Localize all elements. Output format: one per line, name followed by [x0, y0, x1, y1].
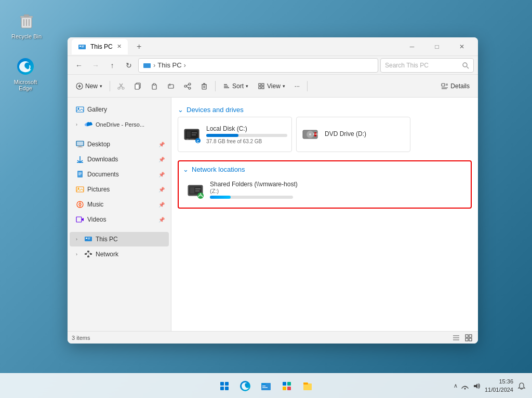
sidebar-item-downloads[interactable]: Downloads 📌	[70, 152, 169, 167]
taskbar-edge-icon[interactable]	[236, 377, 255, 395]
grid-view-button[interactable]	[463, 333, 474, 343]
copy-icon	[134, 83, 141, 90]
sidebar-item-desktop[interactable]: Desktop 📌	[70, 137, 169, 152]
svg-marker-127	[474, 383, 477, 389]
drive-c-info: Local Disk (C:) 37.8 GB free of 63.2 GB	[206, 125, 287, 144]
network-section-title: Network locations	[192, 166, 245, 173]
share-button[interactable]	[180, 78, 195, 94]
search-icon	[462, 62, 469, 69]
pictures-icon	[76, 185, 84, 194]
svg-rect-114	[220, 387, 224, 390]
address-path[interactable]: › This PC ›	[138, 58, 378, 73]
svg-point-20	[118, 87, 120, 89]
network-item-z[interactable]: Shared Folders (\\vmware-host) (Z:)	[183, 177, 467, 203]
new-tab-button[interactable]: +	[132, 39, 147, 54]
network-section-chevron: ⌄	[183, 166, 189, 173]
svg-rect-68	[76, 217, 82, 222]
sidebar-item-network[interactable]: › Network	[70, 247, 169, 262]
new-label: New	[85, 83, 98, 90]
desktop-pin-icon: 📌	[158, 142, 165, 147]
minimize-button[interactable]: ─	[400, 38, 424, 55]
new-button[interactable]: New ▾	[72, 78, 107, 94]
drive-c-name: Local Disk (C:)	[206, 125, 287, 132]
sidebar-item-documents[interactable]: Documents 📌	[70, 167, 169, 182]
svg-rect-100	[195, 188, 201, 189]
forward-button[interactable]: →	[88, 58, 103, 73]
desktop-icon-small	[76, 140, 84, 148]
statusbar: 3 items	[68, 331, 478, 344]
svg-rect-121	[287, 382, 291, 386]
taskbar: ∧ 15:36 11/01/2024	[0, 373, 532, 398]
sidebar-item-gallery[interactable]: Gallery	[70, 102, 169, 117]
active-tab[interactable]: This PC ✕	[72, 39, 128, 54]
clock-date: 11/01/2024	[485, 386, 513, 394]
drive-d-icon: DVD	[301, 125, 320, 144]
taskbar-store-icon[interactable]	[277, 377, 296, 395]
more-button[interactable]: ···	[290, 78, 304, 94]
svg-point-30	[189, 87, 191, 89]
svg-rect-33	[202, 85, 206, 89]
start-button[interactable]	[215, 377, 234, 395]
tray-arrow[interactable]: ∧	[454, 382, 458, 389]
videos-icon	[76, 215, 84, 224]
more-label: ···	[295, 83, 300, 90]
svg-point-13	[463, 63, 467, 67]
tab-close-icon[interactable]: ✕	[117, 43, 122, 50]
gallery-icon	[76, 105, 84, 114]
cut-button[interactable]	[113, 78, 129, 94]
refresh-button[interactable]: ↻	[122, 58, 136, 73]
svg-rect-43	[259, 87, 261, 89]
svg-rect-62	[76, 187, 84, 192]
cut-icon	[117, 83, 125, 90]
toolbar-separator-2	[215, 81, 216, 91]
svg-rect-54	[78, 146, 82, 147]
rename-button[interactable]	[163, 78, 179, 94]
svg-rect-11	[82, 47, 84, 47]
drive-item-c[interactable]: C Local Disk (C:) 37.8 GB free of 63.2 G…	[178, 117, 292, 152]
svg-line-14	[467, 66, 469, 68]
search-box[interactable]: Search This PC	[380, 58, 474, 73]
sort-button[interactable]: Sort ▾	[219, 78, 252, 94]
devices-section-header[interactable]: ⌄ Devices and drives	[178, 106, 472, 114]
sort-label: Sort	[232, 83, 244, 90]
svg-rect-86	[192, 134, 196, 135]
this-pc-chevron: ›	[76, 237, 81, 242]
sidebar-item-this-pc[interactable]: › This PC	[70, 232, 169, 246]
network-item-info: Shared Folders (\\vmware-host) (Z:)	[210, 181, 463, 200]
back-button[interactable]: ←	[72, 58, 86, 73]
taskbar-file-explorer-icon[interactable]	[257, 377, 275, 395]
up-button[interactable]: ↑	[105, 58, 119, 73]
sidebar-item-pictures[interactable]: Pictures 📌	[70, 182, 169, 197]
items-count: 3 items	[72, 335, 90, 341]
sidebar-item-onedrive[interactable]: › OneDrive - Perso...	[70, 117, 169, 132]
list-view-button[interactable]	[451, 333, 461, 343]
main-content: Gallery › OneDrive - Perso...	[68, 98, 478, 331]
svg-rect-108	[466, 335, 468, 337]
network-tray-icon	[461, 382, 469, 390]
delete-button[interactable]	[196, 78, 212, 94]
network-locations-section: ⌄ Network locations	[178, 160, 472, 209]
notification-bell-icon[interactable]	[517, 382, 526, 390]
paste-button[interactable]	[147, 78, 162, 94]
maximize-button[interactable]: □	[425, 38, 449, 55]
sidebar-item-music[interactable]: Music 📌	[70, 197, 169, 212]
details-button[interactable]: Details	[437, 78, 474, 94]
view-icon	[258, 83, 265, 90]
view-button[interactable]: View ▾	[254, 78, 289, 94]
svg-rect-122	[283, 387, 286, 390]
drive-item-d[interactable]: DVD DVD Drive (D:)	[296, 117, 410, 152]
drive-d-name: DVD Drive (D:)	[325, 130, 406, 138]
close-button[interactable]: ✕	[450, 38, 474, 55]
svg-rect-123	[287, 387, 291, 390]
network-section-header[interactable]: ⌄ Network locations	[183, 166, 467, 173]
recycle-bin-icon[interactable]: Recycle Bin	[8, 8, 45, 42]
sidebar-item-videos[interactable]: Videos 📌	[70, 212, 169, 227]
svg-rect-23	[135, 84, 139, 89]
svg-rect-99	[190, 187, 194, 194]
volume-tray-icon	[472, 382, 481, 390]
taskbar-clock[interactable]: 15:36 11/01/2024	[485, 378, 513, 394]
copy-button[interactable]	[130, 78, 145, 94]
taskbar-files-icon[interactable]	[298, 377, 317, 395]
this-pc-label: This PC	[96, 236, 165, 243]
microsoft-edge-icon[interactable]: Microsoft Edge	[7, 54, 44, 93]
